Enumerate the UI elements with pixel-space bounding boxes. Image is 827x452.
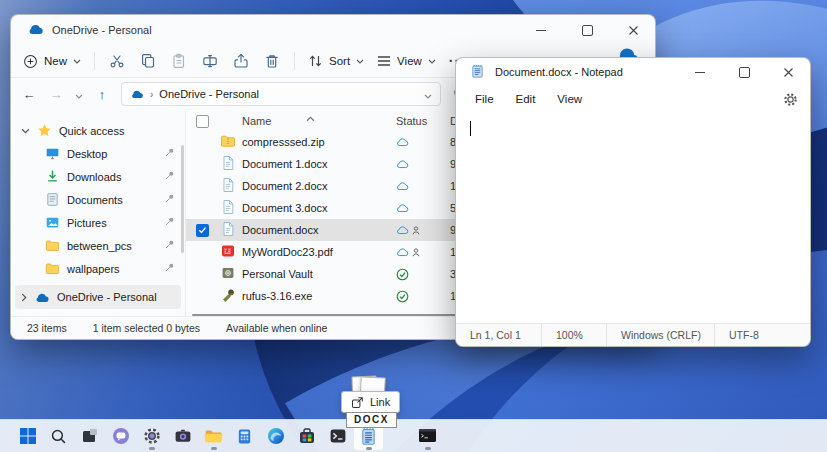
file-name: Personal Vault (242, 268, 392, 280)
pin-icon (164, 239, 175, 252)
sort-button[interactable]: Sort (308, 54, 364, 68)
menu-view[interactable]: View (546, 89, 593, 109)
taskbar-search-button[interactable] (43, 422, 74, 451)
back-icon[interactable]: ← (21, 87, 37, 102)
text-caret (470, 121, 471, 136)
paste-icon[interactable] (170, 52, 188, 70)
taskbar-start-button[interactable] (12, 422, 43, 451)
zip-file-icon (220, 133, 242, 151)
folder-icon (45, 261, 60, 276)
taskbar-cmd-button[interactable] (412, 422, 443, 451)
zoom-level[interactable]: 100% (541, 324, 606, 346)
maximize-icon[interactable] (736, 64, 752, 80)
minimize-icon[interactable] (692, 64, 708, 80)
shared-person-icon (412, 248, 420, 257)
explorer-window-title: OneDrive - Personal (52, 24, 152, 36)
taskbar (0, 419, 827, 452)
sort-button-label: Sort (329, 55, 350, 67)
sidebar-item-onedrive[interactable]: OneDrive - Personal (15, 285, 181, 309)
link-icon (351, 396, 364, 409)
gear-icon (143, 427, 161, 445)
taskbar-file-explorer-button[interactable] (198, 422, 229, 451)
sidebar-item-desktop[interactable]: Desktop (11, 142, 185, 165)
sidebar-item-documents[interactable]: Documents (11, 188, 185, 211)
settings-gear-icon[interactable] (783, 92, 798, 107)
cloud-status-icon (396, 225, 409, 235)
sidebar-item-downloads[interactable]: Downloads (11, 165, 185, 188)
file-name: Document 1.docx (242, 158, 392, 170)
file-name: MyWordDoc23.pdf (242, 246, 392, 258)
sidebar-scrollbar[interactable] (181, 145, 184, 253)
taskbar-chat-button[interactable] (105, 422, 136, 451)
onedrive-cloud-icon (130, 89, 144, 99)
pdf-file-icon (220, 243, 242, 261)
drag-operation-label: Link (370, 396, 390, 408)
maximize-icon[interactable] (579, 22, 595, 38)
search-icon (50, 428, 67, 445)
select-all-checkbox[interactable] (196, 115, 209, 128)
notepad-menubar: File Edit View (456, 86, 810, 112)
sidebar-item-wallpapers[interactable]: wallpapers (11, 257, 185, 280)
view-button[interactable]: View (377, 55, 436, 67)
copy-icon[interactable] (139, 52, 157, 70)
onedrive-cloud-icon (27, 23, 44, 37)
chat-icon (112, 427, 130, 445)
docx-file-icon (220, 177, 242, 195)
monitor-icon (45, 146, 60, 161)
line-ending-type: Windows (CRLF) (606, 324, 714, 346)
shared-person-icon (412, 226, 420, 235)
sidebar-item-between-pcs[interactable]: between_pcs (11, 234, 185, 257)
checked-checkbox[interactable] (196, 224, 209, 237)
edge-icon (267, 427, 285, 445)
file-name: Document.docx (242, 224, 392, 236)
notepad-statusbar: Ln 1, Col 1 100% Windows (CRLF) UTF-8 (456, 323, 810, 346)
column-header-status[interactable]: Status (392, 115, 450, 127)
notepad-text-area[interactable] (456, 112, 810, 324)
column-header-name[interactable]: Name (242, 115, 392, 127)
up-icon[interactable]: ↑ (94, 87, 110, 102)
taskbar-camera-button[interactable] (167, 422, 198, 451)
chevron-right-icon (21, 293, 27, 302)
chevron-down-icon (21, 128, 30, 134)
notepad-app-icon (470, 64, 485, 81)
sidebar-item-label: wallpapers (67, 263, 120, 275)
sidebar-item-pictures[interactable]: Pictures (11, 211, 185, 234)
toolbar-separator (94, 52, 95, 70)
taskbar-store-button[interactable] (291, 422, 322, 451)
delete-icon[interactable] (263, 52, 281, 70)
sidebar-item-label: between_pcs (67, 240, 132, 252)
close-icon[interactable] (780, 64, 796, 80)
notepad-window: Document.docx - Notepad File Edit View L… (455, 57, 811, 347)
notepad-titlebar[interactable]: Document.docx - Notepad (456, 58, 810, 86)
breadcrumb[interactable]: OneDrive - Personal (159, 88, 259, 100)
command-prompt-icon (418, 428, 437, 444)
sidebar-item-label: Documents (67, 194, 123, 206)
new-button[interactable]: New (23, 54, 81, 69)
minimize-icon[interactable] (533, 22, 549, 38)
address-bar[interactable]: › OneDrive - Personal (121, 82, 441, 106)
menu-file[interactable]: File (464, 89, 505, 109)
forward-icon[interactable]: → (48, 87, 64, 102)
cloud-status-icon (396, 247, 409, 257)
taskbar-task-view-button[interactable] (74, 422, 105, 451)
sidebar-item-quick-access[interactable]: Quick access (11, 119, 185, 142)
address-dropdown-icon[interactable] (424, 85, 432, 103)
running-indicator (211, 447, 217, 450)
explorer-titlebar[interactable]: OneDrive - Personal (11, 15, 655, 45)
taskbar-edge-button[interactable] (260, 422, 291, 451)
rename-icon[interactable] (201, 52, 219, 70)
pin-icon (164, 216, 175, 229)
taskbar-settings-button[interactable] (136, 422, 167, 451)
desktop: OneDrive - Personal New Sort (0, 0, 827, 452)
share-icon[interactable] (232, 52, 250, 70)
encoding: UTF-8 (714, 324, 810, 346)
running-indicator (425, 447, 431, 450)
pin-icon (164, 262, 175, 275)
close-icon[interactable] (625, 22, 641, 38)
selection-info: 1 item selected 0 bytes (93, 322, 200, 334)
toolbar-separator (294, 52, 295, 70)
cut-icon[interactable] (108, 52, 126, 70)
recent-locations-icon[interactable] (75, 85, 83, 103)
taskbar-calculator-button[interactable] (229, 422, 260, 451)
menu-edit[interactable]: Edit (505, 89, 547, 109)
